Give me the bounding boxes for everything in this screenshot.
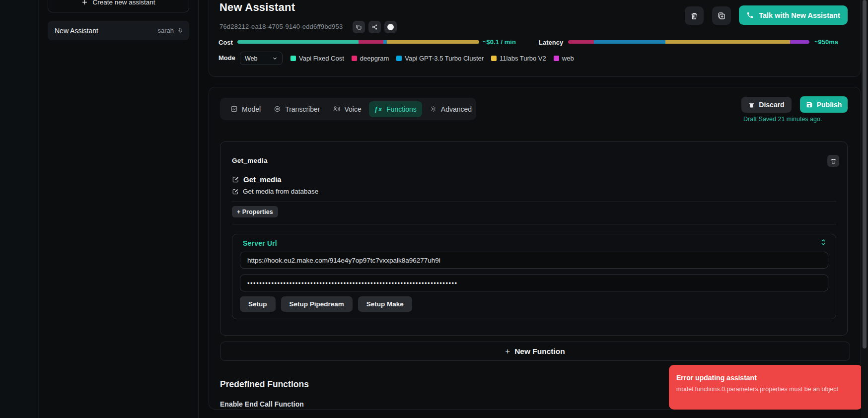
cost-bar xyxy=(237,40,479,44)
tab-functions[interactable]: ƒxFunctions xyxy=(369,101,422,117)
function-card-title: Get_media xyxy=(232,157,268,164)
setup-button[interactable]: Setup xyxy=(240,296,276,312)
mode-value: Web xyxy=(245,55,257,62)
tab-transcriber[interactable]: Transcriber xyxy=(268,101,325,117)
legend-label: Vapi GPT-3.5 Turbo Cluster xyxy=(405,55,484,62)
sidebar-item-assistant[interactable]: New Assistant sarah xyxy=(48,21,189,40)
tab-voice[interactable]: Voice xyxy=(327,101,366,117)
status-dot-icon xyxy=(387,24,394,30)
setup-button-row: SetupSetup PipedreamSetup Make xyxy=(240,296,412,312)
discard-button[interactable]: Discard xyxy=(741,97,792,113)
bar-segment-vapi-gpt-3-5-turbo-cluster xyxy=(383,40,387,44)
error-toast[interactable]: Error updating assistant model.functions… xyxy=(669,365,863,410)
legend-item-web: web xyxy=(554,55,574,62)
scrollbar-thumb[interactable] xyxy=(863,0,867,348)
latency-label: Latency xyxy=(539,39,563,46)
copy-icon xyxy=(356,24,362,30)
tab-label: Functions xyxy=(386,105,417,113)
trash-icon xyxy=(830,158,837,164)
latency-bar xyxy=(568,40,809,44)
legend-swatch-icon xyxy=(554,56,559,61)
create-assistant-button[interactable]: Create new assistant xyxy=(48,0,189,12)
functions-icon: ƒx xyxy=(374,105,382,113)
bar-segment-deepgram xyxy=(568,40,594,44)
mode-label: Mode xyxy=(218,54,235,62)
server-url-input[interactable]: https://hook.eu2.make.com/914e4y7op97tc7… xyxy=(240,252,828,269)
nav-rail xyxy=(0,0,39,418)
assistant-name: New Assistant xyxy=(55,27,157,35)
copy-id-button[interactable] xyxy=(353,21,365,33)
error-toast-title: Error updating assistant xyxy=(676,374,855,382)
app-window: Create new assistant New Assistant sarah… xyxy=(0,0,868,418)
error-toast-message: model.functions.0.parameters.properties … xyxy=(676,385,843,394)
bar-segment-vapi-gpt-3-5-turbo-cluster xyxy=(594,40,665,44)
tab-label: Voice xyxy=(344,105,361,113)
legend-item-vapi-fixed-cost: Vapi Fixed Cost xyxy=(290,55,344,62)
server-url-label: Server Url xyxy=(243,239,277,247)
function-description: Get media from database xyxy=(243,188,318,195)
chevron-down-icon xyxy=(272,56,278,61)
phone-icon xyxy=(746,11,754,19)
tab-advanced[interactable]: Advanced xyxy=(424,101,477,117)
legend-item-vapi-gpt-3-5-turbo-cluster: Vapi GPT-3.5 Turbo Cluster xyxy=(396,55,484,62)
collapse-chevrons-icon[interactable] xyxy=(820,238,826,246)
legend-label: deepgram xyxy=(360,55,389,62)
assistant-id: 76d28212-ea18-4705-9140-edd6ff9bd953 xyxy=(219,23,343,30)
tab-label: Model xyxy=(242,105,261,113)
latency-value: ~950ms xyxy=(814,38,838,46)
cost-legend: Vapi Fixed CostdeepgramVapi GPT-3.5 Turb… xyxy=(290,52,574,65)
assistant-voice-label: sarah xyxy=(157,27,174,34)
add-properties-button[interactable]: + Properties xyxy=(232,206,278,217)
bar-segment-web xyxy=(790,40,809,44)
legend-swatch-icon xyxy=(491,56,497,61)
share-button[interactable] xyxy=(368,21,381,33)
page-title: New Assistant xyxy=(219,1,295,14)
tab-label: Advanced xyxy=(441,105,472,113)
discard-label: Discard xyxy=(759,101,784,109)
save-icon xyxy=(806,101,813,108)
function-description-row[interactable]: Get media from database xyxy=(232,188,318,195)
assistant-sidebar: Create new assistant New Assistant sarah xyxy=(39,0,199,418)
draft-status: Draft Saved 21 minutes ago. xyxy=(743,116,822,123)
bar-segment-vapi-fixed-cost xyxy=(237,40,359,44)
function-name: Get_media xyxy=(243,175,282,184)
legend-swatch-icon xyxy=(290,56,296,61)
status-dot-button[interactable] xyxy=(384,21,397,33)
plus-icon: + xyxy=(505,347,510,355)
legend-item-11labs-turbo-v2: 11labs Turbo V2 xyxy=(491,55,546,62)
legend-label: Vapi Fixed Cost xyxy=(299,55,344,62)
model-icon xyxy=(230,105,238,113)
server-secret-masked-value: ••••••••••••••••••••••••••••••••••••••••… xyxy=(247,279,458,287)
delete-function-button[interactable] xyxy=(827,155,839,167)
bar-segment-deepgram xyxy=(359,40,383,44)
create-assistant-label: Create new assistant xyxy=(92,0,155,6)
duplicate-plus-icon xyxy=(718,12,725,20)
divider xyxy=(232,202,836,202)
edit-icon xyxy=(232,176,239,183)
divider xyxy=(232,224,836,224)
enable-end-call-label: Enable End Call Function xyxy=(220,400,304,408)
config-tabbar: ModelTranscriberVoiceƒxFunctionsAdvanced xyxy=(220,98,476,120)
setup-make-button[interactable]: Setup Make xyxy=(358,296,412,312)
server-url-value: https://hook.eu2.make.com/914e4y7op97tc7… xyxy=(247,257,440,264)
mode-select[interactable]: Web xyxy=(240,52,283,65)
talk-with-assistant-button[interactable]: Talk with New Assistant xyxy=(739,5,848,25)
edit-icon xyxy=(232,188,239,195)
microphone-icon xyxy=(177,27,183,34)
cost-value: ~$0.1 / min xyxy=(483,38,516,46)
new-function-button[interactable]: + New Function xyxy=(220,342,850,361)
delete-assistant-button[interactable] xyxy=(685,6,704,25)
tab-model[interactable]: Model xyxy=(225,101,266,117)
talk-button-label: Talk with New Assistant xyxy=(759,11,840,19)
setup-pipedream-button[interactable]: Setup Pipedream xyxy=(281,296,353,312)
legend-label: web xyxy=(562,55,574,62)
trash-icon xyxy=(690,12,698,20)
server-secret-input[interactable]: ••••••••••••••••••••••••••••••••••••••••… xyxy=(240,275,828,291)
voice-icon xyxy=(333,105,340,113)
tab-label: Transcriber xyxy=(285,105,320,113)
publish-button[interactable]: Publish xyxy=(800,96,848,113)
bar-segment-11labs-turbo-v2 xyxy=(387,40,479,44)
function-name-row[interactable]: Get_media xyxy=(232,175,282,184)
duplicate-assistant-button[interactable] xyxy=(712,6,731,25)
legend-item-deepgram: deepgram xyxy=(352,55,389,62)
